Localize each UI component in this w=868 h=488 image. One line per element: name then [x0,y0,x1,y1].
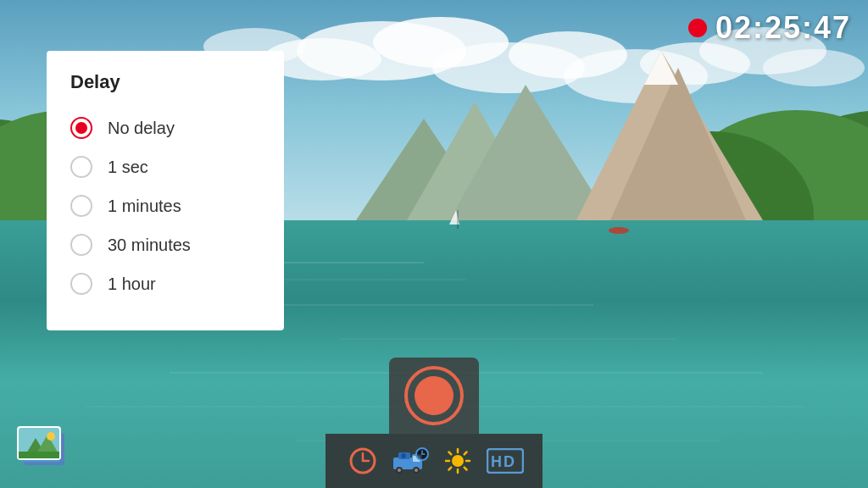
svg-point-53 [401,453,406,458]
delay-label-1hour: 1 hour [108,274,156,294]
delay-option-1hour[interactable]: 1 hour [70,264,260,303]
svg-point-40 [47,432,55,441]
hd-button[interactable]: HD [483,441,527,481]
toolbar-row: HD [326,434,542,488]
timer-button[interactable] [341,441,385,481]
bottom-toolbar: HD [326,358,542,488]
delay-option-30min[interactable]: 30 minutes [70,225,260,264]
svg-line-64 [465,452,467,455]
recording-dot [688,19,707,37]
record-button-container [389,358,479,434]
delay-title: Delay [70,71,260,93]
svg-point-10 [763,49,865,86]
delay-option-1min[interactable]: 1 minutes [70,186,260,225]
svg-line-63 [465,468,467,470]
recording-time: 02:25:47 [715,10,851,46]
delay-option-1sec[interactable]: 1 sec [70,147,260,186]
brightness-button[interactable] [436,441,480,481]
svg-line-65 [449,468,452,470]
delay-panel: Delay No delay 1 sec 1 minutes 30 minute… [47,51,284,330]
delay-label-30min: 30 minutes [108,236,191,255]
delay-label-1sec: 1 sec [108,158,148,177]
radio-inner-no-delay [75,122,87,134]
gallery-button[interactable] [17,424,71,471]
delay-label-no-delay: No delay [108,119,175,138]
svg-text:HD: HD [491,453,516,470]
delay-label-1min: 1 minutes [108,197,181,216]
radio-1min[interactable] [70,195,92,217]
svg-point-33 [609,227,629,234]
svg-point-57 [452,455,464,467]
radio-no-delay[interactable] [70,117,92,139]
delay-option-no-delay[interactable]: No delay [70,108,260,147]
svg-rect-41 [19,452,59,458]
record-button[interactable] [404,366,464,425]
record-button-inner [415,376,453,415]
recording-indicator: 02:25:47 [688,10,851,46]
delay-cam-button[interactable] [388,441,432,481]
radio-1sec[interactable] [70,156,92,178]
svg-point-49 [398,469,401,472]
radio-30min[interactable] [70,234,92,256]
svg-line-62 [449,452,452,455]
svg-point-51 [415,469,418,472]
radio-1hour[interactable] [70,273,92,295]
